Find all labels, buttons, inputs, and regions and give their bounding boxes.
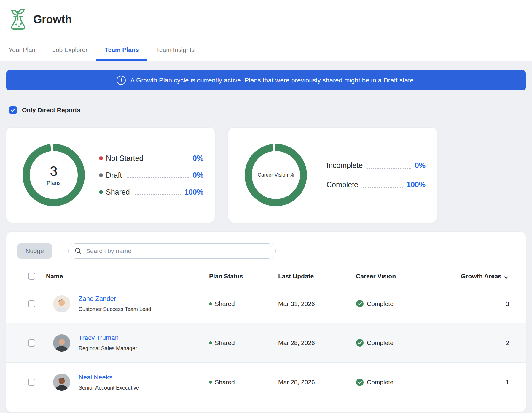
tab-team-insights[interactable]: Team Insights bbox=[147, 39, 203, 61]
row-checkbox[interactable] bbox=[28, 339, 35, 347]
not-started-label: Not Started bbox=[106, 154, 143, 163]
plan-status-cell: Shared bbox=[205, 300, 273, 307]
person-title: Customer Success Team Lead bbox=[79, 306, 151, 312]
incomplete-label: Incomplete bbox=[326, 161, 363, 170]
app-logo[interactable]: Growth bbox=[9, 7, 72, 31]
person-link[interactable]: Tracy Truman bbox=[79, 334, 119, 342]
only-direct-reports-checkbox[interactable] bbox=[9, 106, 17, 114]
plan-status-cell: Shared bbox=[205, 339, 273, 347]
career-vision-cell: Complete bbox=[350, 339, 445, 347]
career-vision-text: Complete bbox=[367, 300, 394, 307]
plan-status-donut: 3 Plans bbox=[23, 144, 85, 206]
column-header-plan-status[interactable]: Plan Status bbox=[205, 273, 273, 280]
column-header-career-vision[interactable]: Career Vision bbox=[350, 273, 445, 280]
search-box[interactable] bbox=[68, 243, 276, 259]
dotted-leader bbox=[127, 175, 189, 178]
column-header-name[interactable]: Name bbox=[46, 273, 205, 280]
dotted-leader bbox=[367, 165, 411, 169]
main-content: i A Growth Plan cycle is currently activ… bbox=[0, 70, 532, 412]
shared-status-dot bbox=[209, 302, 212, 305]
name-cell: Neal Neeks Senior Account Executive bbox=[46, 374, 205, 391]
growth-areas-cell: 3 bbox=[445, 300, 509, 307]
only-direct-reports-label: Only Direct Reports bbox=[22, 107, 80, 114]
name-title-block: Zane Zander Customer Success Team Lead bbox=[79, 295, 151, 312]
row-checkbox-cell bbox=[17, 339, 46, 347]
career-vision-donut: Career Vision % bbox=[245, 144, 307, 206]
app-title: Growth bbox=[33, 13, 72, 26]
not-started-dot bbox=[99, 156, 103, 160]
complete-check-icon bbox=[356, 300, 364, 308]
plan-status-text: Shared bbox=[215, 339, 235, 347]
table-row: Tracy Truman Regional Sales Manager Shar… bbox=[6, 323, 526, 363]
growth-areas-header-label: Growth Areas bbox=[461, 273, 501, 280]
name-title-block: Tracy Truman Regional Sales Manager bbox=[79, 334, 137, 352]
main-nav: Your Plan Job Explorer Team Plans Team I… bbox=[0, 39, 532, 61]
complete-check-icon bbox=[356, 339, 364, 347]
row-checkbox-cell bbox=[17, 379, 46, 386]
tab-job-explorer[interactable]: Job Explorer bbox=[44, 39, 96, 61]
person-link[interactable]: Zane Zander bbox=[79, 295, 116, 303]
select-all-checkbox[interactable] bbox=[28, 273, 35, 280]
avatar bbox=[53, 295, 70, 312]
dotted-leader bbox=[148, 158, 189, 161]
legend-row-not-started: Not Started 0% bbox=[99, 154, 203, 163]
shared-status-dot bbox=[209, 341, 212, 344]
name-title-block: Neal Neeks Senior Account Executive bbox=[79, 374, 139, 391]
person-title: Regional Sales Manager bbox=[79, 345, 137, 352]
career-vision-center-label: Career Vision % bbox=[249, 172, 302, 178]
last-update-cell: Mar 28, 2026 bbox=[273, 339, 350, 347]
plan-status-text: Shared bbox=[215, 300, 235, 307]
career-vision-card: Career Vision % Incomplete 0% Complete 1… bbox=[228, 128, 437, 223]
incomplete-pct: 0% bbox=[415, 161, 426, 170]
summary-cards: 3 Plans Not Started 0% Draft 0% bbox=[6, 128, 526, 223]
table-row: Zane Zander Customer Success Team Lead S… bbox=[6, 284, 526, 323]
career-vision-legend: Incomplete 0% Complete 100% bbox=[326, 161, 426, 189]
active-cycle-banner: i A Growth Plan cycle is currently activ… bbox=[6, 70, 526, 90]
search-icon bbox=[74, 247, 82, 255]
flask-sprout-icon bbox=[9, 7, 27, 31]
checkmark-icon bbox=[10, 107, 16, 113]
team-plans-table-card: Nudge Name Plan Status Last Update Caree… bbox=[6, 232, 526, 412]
draft-label: Draft bbox=[106, 171, 122, 180]
toolbar-divider bbox=[60, 243, 60, 259]
banner-message: A Growth Plan cycle is currently active.… bbox=[130, 77, 415, 84]
person-link[interactable]: Neal Neeks bbox=[79, 374, 112, 381]
legend-row-incomplete: Incomplete 0% bbox=[326, 161, 426, 170]
career-vision-text: Complete bbox=[367, 379, 394, 386]
donut-center: 3 Plans bbox=[23, 144, 85, 206]
column-header-growth-areas[interactable]: Growth Areas bbox=[445, 273, 509, 280]
nudge-button[interactable]: Nudge bbox=[17, 243, 52, 259]
row-checkbox[interactable] bbox=[28, 300, 35, 307]
select-all-cell bbox=[17, 273, 46, 280]
avatar bbox=[53, 334, 70, 352]
search-input[interactable] bbox=[86, 247, 270, 255]
shared-pct: 100% bbox=[184, 188, 203, 196]
sort-desc-arrow-icon bbox=[503, 273, 509, 280]
complete-label: Complete bbox=[326, 180, 358, 189]
filter-row: Only Direct Reports bbox=[9, 106, 526, 114]
tab-your-plan[interactable]: Your Plan bbox=[0, 39, 44, 61]
row-checkbox-cell bbox=[17, 300, 46, 307]
growth-areas-cell: 2 bbox=[445, 339, 509, 347]
avatar bbox=[53, 374, 70, 391]
person-title: Senior Account Executive bbox=[79, 385, 139, 391]
plans-count: 3 bbox=[50, 164, 58, 179]
name-cell: Tracy Truman Regional Sales Manager bbox=[46, 334, 205, 352]
table-header-row: Name Plan Status Last Update Career Visi… bbox=[6, 268, 526, 284]
dotted-leader bbox=[135, 192, 181, 195]
complete-pct: 100% bbox=[407, 180, 426, 189]
last-update-cell: Mar 28, 2026 bbox=[273, 379, 350, 386]
donut-center: Career Vision % bbox=[245, 144, 307, 206]
app-header: Growth bbox=[0, 0, 532, 39]
shared-label: Shared bbox=[106, 188, 130, 196]
row-checkbox[interactable] bbox=[28, 379, 35, 386]
plans-count-label: Plans bbox=[47, 180, 61, 186]
draft-dot bbox=[99, 173, 103, 177]
tab-team-plans[interactable]: Team Plans bbox=[96, 39, 147, 61]
table-row: Neal Neeks Senior Account Executive Shar… bbox=[6, 363, 526, 402]
plan-status-text: Shared bbox=[215, 379, 235, 386]
legend-row-complete: Complete 100% bbox=[326, 180, 426, 189]
name-cell: Zane Zander Customer Success Team Lead bbox=[46, 295, 205, 312]
column-header-last-update[interactable]: Last Update bbox=[273, 273, 350, 280]
career-vision-text: Complete bbox=[367, 339, 394, 347]
